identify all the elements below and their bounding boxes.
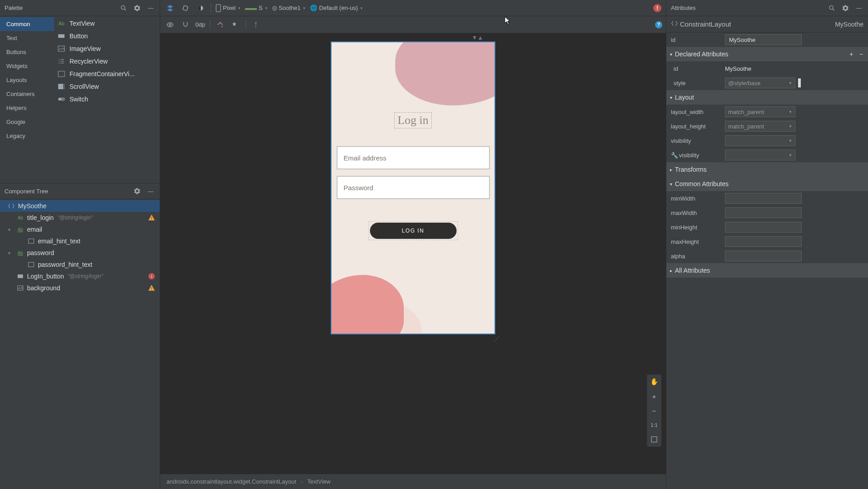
palette-cat-containers[interactable]: Containers — [0, 87, 54, 101]
palette-cat-helpers[interactable]: Helpers — [0, 101, 54, 115]
palette-cat-common[interactable]: Common — [0, 17, 54, 31]
image-icon — [57, 44, 66, 53]
default-margin[interactable]: 0dp — [195, 21, 205, 28]
error-icon[interactable]: ! — [148, 273, 155, 280]
tree-node-password-hint[interactable]: password_hint_text — [0, 259, 160, 270]
tools-visibility-select[interactable]: ▼ — [725, 150, 795, 160]
visibility-select[interactable]: ▼ — [725, 135, 795, 146]
login-button[interactable]: LOG IN — [370, 223, 457, 239]
breadcrumb-item[interactable]: androidx.constraintlayout.widget.Constra… — [166, 478, 296, 485]
palette-cat-layouts[interactable]: Layouts — [0, 73, 54, 87]
palette-cat-buttons[interactable]: Buttons — [0, 45, 54, 59]
theme-dropdown[interactable]: ◎Soothe1▾ — [272, 5, 305, 11]
style-select[interactable]: @style/base▼ — [725, 78, 795, 88]
gear-icon[interactable] — [132, 186, 143, 197]
add-icon[interactable]: + — [848, 51, 854, 57]
section-layout[interactable]: ▾ Layout — [666, 90, 868, 105]
infer-constraints-icon[interactable] — [230, 19, 241, 30]
design-surface[interactable]: ▼▲ Log in Email address Password LOG IN … — [160, 33, 666, 474]
attr-id-input[interactable] — [725, 34, 802, 45]
palette-cat-widgets[interactable]: Widgets — [0, 59, 54, 73]
resize-handle-icon[interactable]: ⋰ — [494, 335, 499, 342]
attr-layout-width: layout_width match_parent▼ — [666, 105, 868, 119]
tree-node-password[interactable]: ▾ Ab password — [0, 247, 160, 259]
tree-node-background[interactable]: background ! — [0, 282, 160, 294]
tree-node-title-login[interactable]: Ab title_login "@string/login" ! — [0, 212, 160, 224]
warning-icon[interactable]: ! — [148, 284, 155, 292]
flag-icon[interactable] — [798, 78, 801, 87]
search-icon[interactable] — [118, 3, 129, 14]
maxwidth-input[interactable] — [725, 207, 802, 218]
palette-cat-text[interactable]: Text — [0, 31, 54, 45]
palette-item-button[interactable]: Button — [54, 30, 160, 42]
locale-dropdown[interactable]: 🌐Default (en-us)▾ — [310, 5, 363, 11]
tree-node-email-hint[interactable]: email_hint_text — [0, 235, 160, 247]
palette-item-scrollview[interactable]: ScrollView — [54, 80, 160, 93]
night-mode-icon[interactable] — [195, 3, 206, 14]
palette-cat-legacy[interactable]: Legacy — [0, 129, 54, 143]
zoom-in-icon[interactable]: + — [647, 389, 661, 403]
layers-icon[interactable] — [165, 3, 175, 14]
svg-text:!: ! — [151, 216, 152, 220]
clear-constraints-icon[interactable] — [215, 19, 226, 30]
chevron-right-icon: ▸ — [670, 167, 672, 172]
remove-icon[interactable]: − — [858, 51, 864, 57]
palette-item-switch[interactable]: Switch — [54, 93, 160, 105]
palette-cat-google[interactable]: Google — [0, 115, 54, 129]
minheight-input[interactable] — [725, 222, 802, 233]
section-transforms[interactable]: ▸ Transforms — [666, 162, 868, 177]
palette-item-recyclerview[interactable]: RecyclerView — [54, 55, 160, 68]
zoom-out-icon[interactable]: − — [647, 403, 661, 418]
handle-icon: ▼▲ — [472, 34, 484, 41]
svg-rect-10 — [58, 71, 65, 77]
warning-icon[interactable]: ! — [148, 214, 155, 221]
alpha-input[interactable] — [725, 251, 802, 261]
tree-node-login-button[interactable]: LogIn_button "@string/login" ! — [0, 270, 160, 282]
minwidth-input[interactable] — [725, 193, 802, 204]
minimize-icon[interactable]: — — [854, 3, 864, 14]
layout-width-select[interactable]: match_parent▼ — [725, 106, 795, 117]
palette-item-imageview[interactable]: ImageView — [54, 42, 160, 55]
section-common[interactable]: ▾ Common Attributes — [666, 177, 868, 191]
gear-icon[interactable] — [132, 3, 143, 14]
device-preview[interactable]: Log in Email address Password LOG IN — [331, 41, 495, 334]
chevron-down-icon: ▾ — [670, 95, 672, 100]
magnet-icon[interactable] — [180, 19, 191, 30]
login-button-wrap[interactable]: LOG IN — [369, 221, 458, 240]
device-dropdown[interactable]: Pixel▾ — [216, 4, 240, 12]
palette-item-fragment[interactable]: FragmentContainerVi... — [54, 68, 160, 80]
tree-node-mysoothe[interactable]: MySoothe — [0, 200, 160, 212]
tree-node-email[interactable]: ▾ Ab email — [0, 224, 160, 235]
svg-text:!: ! — [151, 286, 152, 291]
gear-icon[interactable] — [840, 3, 851, 14]
help-icon[interactable]: ? — [655, 21, 662, 28]
view-options-icon[interactable] — [165, 19, 175, 30]
email-field[interactable]: Email address — [337, 146, 489, 169]
api-dropdown[interactable]: ▬▬S▾ — [245, 5, 268, 11]
rotate-icon[interactable] — [180, 3, 191, 14]
chevron-down-icon[interactable]: ▾ — [8, 227, 10, 232]
maxheight-input[interactable] — [725, 236, 802, 247]
svg-rect-2 — [58, 34, 65, 38]
guidelines-icon[interactable] — [250, 19, 261, 30]
section-declared[interactable]: ▾ Declared Attributes + − — [666, 47, 868, 61]
minimize-icon[interactable]: — — [145, 186, 156, 197]
frame-icon — [57, 69, 66, 78]
breadcrumb-item[interactable]: TextView — [307, 478, 331, 485]
layout-height-select[interactable]: match_parent▼ — [725, 121, 795, 132]
pan-icon[interactable]: ✋ — [647, 375, 661, 389]
svg-line-1 — [125, 9, 126, 10]
password-field[interactable]: Password — [337, 176, 489, 199]
minimize-icon[interactable]: — — [145, 3, 156, 14]
login-title[interactable]: Log in — [394, 112, 432, 128]
chevron-down-icon[interactable]: ▾ — [8, 251, 10, 256]
error-badge[interactable]: ! — [653, 4, 661, 12]
section-all[interactable]: ▸ All Attributes — [666, 263, 868, 278]
text-icon: Ab — [57, 19, 66, 28]
search-icon[interactable] — [826, 3, 837, 14]
zoom-fit-icon[interactable] — [647, 432, 661, 447]
svg-point-26 — [169, 24, 171, 26]
attr-visibility: visibility ▼ — [666, 133, 868, 148]
zoom-reset-icon[interactable]: 1:1 — [647, 418, 661, 432]
palette-item-textview[interactable]: AbTextView — [54, 17, 160, 30]
